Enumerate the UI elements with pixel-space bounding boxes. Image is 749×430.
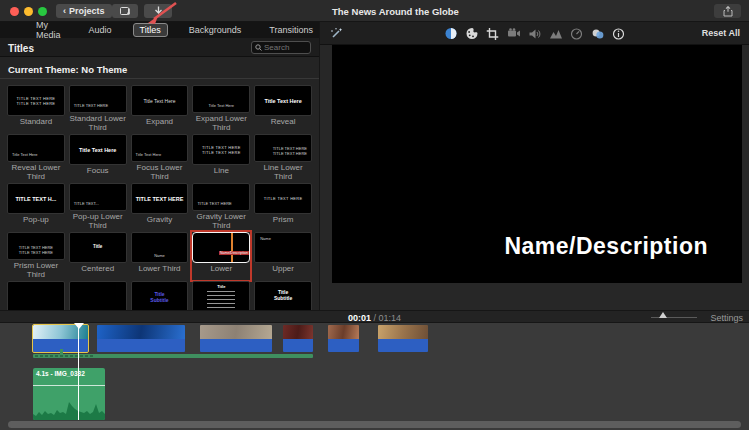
title-thumbnail[interactable]: Name/Description — [192, 232, 250, 263]
title-item[interactable]: Title — [192, 281, 250, 310]
clip-color-bar — [378, 339, 428, 352]
titles-grid: TITLE TEXT HERE TITLE TEXT HEREStandardT… — [0, 81, 319, 310]
title-item-standard[interactable]: TITLE TEXT HERE TITLE TEXT HEREStandard — [7, 85, 65, 133]
video-preview[interactable]: Name/Description — [332, 45, 742, 283]
title-thumbnail[interactable]: Title Text Here — [69, 134, 127, 165]
title-thumbnail[interactable]: TITLE TEXT HERE TITLE TEXT HERE — [192, 134, 250, 165]
import-media-button[interactable] — [112, 4, 138, 18]
title-item-centered[interactable]: TitleCentered — [69, 232, 127, 280]
minimize-window-button[interactable] — [24, 7, 33, 16]
audio-volume-line[interactable] — [33, 385, 105, 386]
tab-audio[interactable]: Audio — [82, 23, 119, 37]
title-item-reveal[interactable]: Title Text HereReveal — [254, 85, 312, 133]
timeline[interactable]: 4.1s - IMG_0332 — [0, 323, 749, 430]
title-thumbnail[interactable]: TITLE TEXT HERE — [131, 183, 189, 214]
auto-enhance-icon[interactable] — [330, 27, 343, 40]
timeline-zoom-slider[interactable] — [651, 317, 697, 318]
horizontal-scrollbar[interactable] — [8, 421, 741, 428]
title-thumbnail[interactable]: Title — [69, 232, 127, 263]
reset-all-button[interactable]: Reset All — [702, 28, 740, 38]
title-thumbnail[interactable]: TITLE TEXT HERE TITLE TEXT HERE — [254, 134, 312, 162]
tab-transitions[interactable]: Transitions — [262, 23, 320, 37]
stabilization-icon[interactable] — [507, 27, 520, 40]
title-item[interactable] — [69, 281, 127, 310]
search-box[interactable] — [251, 41, 311, 54]
title-item-prism[interactable]: TITLE TEXT HEREPrism — [254, 183, 312, 231]
title-thumbnail[interactable]: TITLE TEXT... — [69, 183, 127, 211]
noise-reduction-icon[interactable] — [549, 27, 562, 40]
title-item[interactable]: Title Subtitle — [254, 281, 312, 310]
title-thumbnail[interactable]: TITLE TEXT H... — [7, 183, 65, 214]
sand-clip[interactable] — [200, 325, 272, 352]
share-button[interactable] — [714, 4, 741, 18]
tab-backgrounds[interactable]: Backgrounds — [182, 23, 249, 37]
title-item-focus[interactable]: Title Text HereFocus — [69, 134, 127, 182]
title-thumbnail[interactable]: Title — [192, 281, 250, 310]
title-item-focus-lower-third[interactable]: Title Text HereFocus Lower Third — [131, 134, 189, 182]
title-thumbnail[interactable] — [69, 281, 127, 310]
title-thumbnail[interactable] — [7, 281, 65, 310]
projects-back-button[interactable]: ‹ Projects — [56, 4, 112, 18]
title-item-line[interactable]: TITLE TEXT HERE TITLE TEXT HERELine — [192, 134, 250, 182]
title-thumbnail[interactable]: TITLE TEXT HERE — [254, 183, 312, 214]
volume-icon[interactable] — [528, 27, 541, 40]
close-window-button[interactable] — [10, 7, 19, 16]
dark-red-clip[interactable] — [283, 325, 313, 352]
search-input[interactable] — [264, 43, 306, 52]
timeline-settings-button[interactable]: Settings — [710, 313, 743, 323]
info-icon[interactable] — [612, 27, 625, 40]
title-thumbnail[interactable]: Name — [254, 232, 312, 263]
crop-icon[interactable] — [486, 27, 499, 40]
title-item-label: Focus — [87, 167, 109, 176]
title-thumbnail[interactable]: TITLE TEXT HERE — [69, 85, 127, 113]
title-thumbnail[interactable]: TITLE TEXT HERE TITLE TEXT HERE — [7, 85, 65, 116]
title-thumbnail[interactable]: Title Text Here — [254, 85, 312, 116]
title-item-gravity[interactable]: TITLE TEXT HEREGravity — [131, 183, 189, 231]
title-preview-text: Title Subtitle — [132, 291, 188, 303]
audio-clip[interactable]: 4.1s - IMG_0332 — [33, 368, 105, 420]
browser-panel: My MediaAudioTitlesBackgroundsTransition… — [0, 22, 320, 310]
title-item-pop-up[interactable]: TITLE TEXT H...Pop-up — [7, 183, 65, 231]
skin-clip[interactable] — [328, 325, 359, 352]
title-item-pop-up-lower-third[interactable]: TITLE TEXT...Pop-up Lower Third — [69, 183, 127, 231]
title-preview-text: TITLE TEXT HERE TITLE TEXT HERE — [273, 146, 307, 156]
title-thumbnail[interactable]: Title Text Here — [7, 134, 65, 162]
title-thumbnail[interactable]: TITLE TEXT HERE — [192, 183, 250, 211]
title-item[interactable] — [7, 281, 65, 310]
beach-clip[interactable] — [33, 325, 88, 352]
title-item-gravity-lower-third[interactable]: TITLE TEXT HEREGravity Lower Third — [192, 183, 250, 231]
title-thumbnail[interactable]: Title Subtitle — [131, 281, 189, 310]
color-balance-icon[interactable] — [444, 27, 457, 40]
title-thumbnail[interactable]: Title Subtitle — [254, 281, 312, 310]
title-thumbnail[interactable]: Title Text Here — [131, 85, 189, 116]
title-item-line-lower-third[interactable]: TITLE TEXT HERE TITLE TEXT HERELine Lowe… — [254, 134, 312, 182]
title-item-lower[interactable]: Name/DescriptionLower — [192, 232, 250, 280]
title-item-upper[interactable]: NameUpper — [254, 232, 312, 280]
title-item-expand-lower-third[interactable]: Title Text HereExpand Lower Third — [192, 85, 250, 133]
title-item-prism-lower-third[interactable]: TITLE TEXT HERE TITLE TEXT HEREPrism Low… — [7, 232, 65, 280]
zoom-slider-thumb[interactable] — [659, 312, 667, 318]
playhead[interactable] — [78, 323, 79, 420]
underwater-clip[interactable] — [97, 325, 185, 352]
import-button[interactable] — [144, 4, 172, 18]
color-correction-icon[interactable] — [465, 27, 478, 40]
title-item-standard-lower-third[interactable]: TITLE TEXT HEREStandard Lower Third — [69, 85, 127, 133]
title-item-reveal-lower-third[interactable]: Title Text HereReveal Lower Third — [7, 134, 65, 182]
title-item-lower-third[interactable]: NameLower Third — [131, 232, 189, 280]
background-music-bar[interactable] — [33, 354, 313, 358]
title-preview-text: Title — [70, 244, 126, 249]
title-item[interactable]: Title Subtitle — [131, 281, 189, 310]
zoom-window-button[interactable] — [38, 7, 47, 16]
tan-clip[interactable] — [378, 325, 428, 352]
title-overlay-text[interactable]: Name/Description — [504, 233, 708, 260]
effects-icon[interactable] — [591, 27, 604, 40]
title-thumbnail[interactable]: Name — [131, 232, 189, 263]
title-thumbnail[interactable]: Title Text Here — [131, 134, 189, 162]
title-thumbnail[interactable]: TITLE TEXT HERE TITLE TEXT HERE — [7, 232, 65, 260]
tab-titles[interactable]: Titles — [133, 23, 168, 37]
speed-icon[interactable] — [570, 27, 583, 40]
title-thumbnail[interactable]: Title Text Here — [192, 85, 250, 113]
title-item-expand[interactable]: Title Text HereExpand — [131, 85, 189, 133]
clip-color-bar — [97, 339, 185, 352]
title-preview-text: Title Text Here — [136, 152, 162, 157]
